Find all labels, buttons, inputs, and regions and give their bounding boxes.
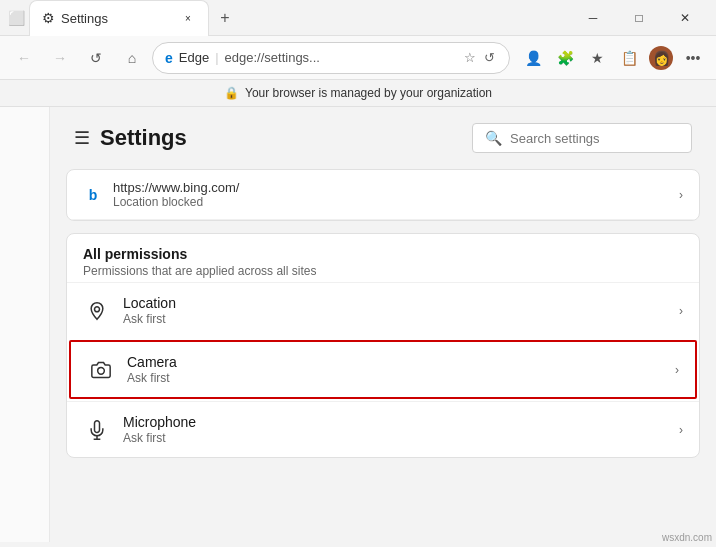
bing-item[interactable]: b https://www.bing.com/ Location blocked… [67, 170, 699, 220]
account-icon[interactable]: 👩 [646, 43, 676, 73]
extensions-icon[interactable]: 🧩 [550, 43, 580, 73]
location-name: Location [123, 295, 679, 311]
tab-bar: ⚙ Settings × + [29, 0, 241, 36]
toolbar-icons: 👤 🧩 ★ 📋 👩 ••• [518, 43, 708, 73]
edge-label: Edge [179, 50, 209, 65]
permissions-header: All permissions Permissions that are app… [67, 234, 699, 282]
address-text: edge://settings... [225, 50, 320, 65]
camera-info: Camera Ask first [127, 354, 675, 385]
close-window-button[interactable]: ✕ [662, 0, 708, 36]
permission-location[interactable]: Location Ask first › [67, 282, 699, 338]
bing-logo: b [83, 185, 103, 205]
refresh-small-icon[interactable]: ↺ [482, 48, 497, 67]
minimize-button[interactable]: ─ [570, 0, 616, 36]
user-avatar: 👩 [649, 46, 673, 70]
managed-icon: 🔒 [224, 86, 239, 100]
search-icon: 🔍 [485, 130, 502, 146]
maximize-button[interactable]: □ [616, 0, 662, 36]
permissions-card: All permissions Permissions that are app… [66, 233, 700, 458]
back-button[interactable]: ← [8, 42, 40, 74]
nav-bar: ← → ↺ ⌂ e Edge | edge://settings... ☆ ↺ … [0, 36, 716, 80]
sidebar [0, 107, 50, 542]
managed-bar: 🔒 Your browser is managed by your organi… [0, 80, 716, 107]
managed-text: Your browser is managed by your organiza… [245, 86, 492, 100]
watermark: wsxdn.com [662, 532, 712, 543]
camera-status: Ask first [127, 371, 675, 385]
svg-point-0 [95, 306, 100, 311]
collections-icon[interactable]: 📋 [614, 43, 644, 73]
title-bar-left: ⬜ [8, 10, 29, 26]
hamburger-menu[interactable]: ☰ [74, 127, 90, 149]
camera-chevron: › [675, 363, 679, 377]
address-bar[interactable]: e Edge | edge://settings... ☆ ↺ [152, 42, 510, 74]
bing-url: https://www.bing.com/ [113, 180, 679, 195]
permissions-subtitle: Permissions that are applied across all … [83, 264, 683, 278]
settings-title-area: ☰ Settings [74, 125, 187, 151]
separator: | [215, 50, 218, 65]
page-title: Settings [100, 125, 187, 151]
location-icon [83, 297, 111, 325]
sidebar-toggle-icon[interactable]: ⬜ [8, 10, 25, 26]
microphone-status: Ask first [123, 431, 679, 445]
window-controls: ─ □ ✕ [570, 0, 708, 36]
permissions-title: All permissions [83, 246, 683, 262]
forward-button[interactable]: → [44, 42, 76, 74]
bing-info: https://www.bing.com/ Location blocked [113, 180, 679, 209]
new-tab-button[interactable]: + [209, 2, 241, 34]
settings-tab-title: Settings [61, 11, 108, 26]
edge-logo: e [165, 50, 173, 66]
close-tab-button[interactable]: × [180, 10, 196, 26]
home-button[interactable]: ⌂ [116, 42, 148, 74]
permission-microphone[interactable]: Microphone Ask first › [67, 401, 699, 457]
star-icon[interactable]: ☆ [462, 48, 478, 67]
search-input[interactable] [510, 131, 679, 146]
camera-icon [87, 356, 115, 384]
svg-point-1 [98, 367, 105, 374]
settings-tab[interactable]: ⚙ Settings × [29, 0, 209, 36]
permission-camera[interactable]: Camera Ask first › [69, 340, 697, 399]
microphone-chevron: › [679, 423, 683, 437]
settings-header: ☰ Settings 🔍 [50, 107, 716, 169]
profile-icon[interactable]: 👤 [518, 43, 548, 73]
bing-card: b https://www.bing.com/ Location blocked… [66, 169, 700, 221]
microphone-info: Microphone Ask first [123, 414, 679, 445]
microphone-icon [83, 416, 111, 444]
location-chevron: › [679, 304, 683, 318]
location-status: Ask first [123, 312, 679, 326]
refresh-button[interactable]: ↺ [80, 42, 112, 74]
settings-tab-icon: ⚙ [42, 10, 55, 26]
camera-name: Camera [127, 354, 675, 370]
content-area: ☰ Settings 🔍 b https://www.bing.com/ Loc… [50, 107, 716, 542]
bing-chevron: › [679, 188, 683, 202]
main-area: ☰ Settings 🔍 b https://www.bing.com/ Loc… [0, 107, 716, 542]
location-info: Location Ask first [123, 295, 679, 326]
more-button[interactable]: ••• [678, 43, 708, 73]
title-bar: ⬜ ⚙ Settings × + ─ □ ✕ [0, 0, 716, 36]
search-box[interactable]: 🔍 [472, 123, 692, 153]
address-bar-icons: ☆ ↺ [462, 48, 497, 67]
favorites-icon[interactable]: ★ [582, 43, 612, 73]
bing-status: Location blocked [113, 195, 679, 209]
microphone-name: Microphone [123, 414, 679, 430]
